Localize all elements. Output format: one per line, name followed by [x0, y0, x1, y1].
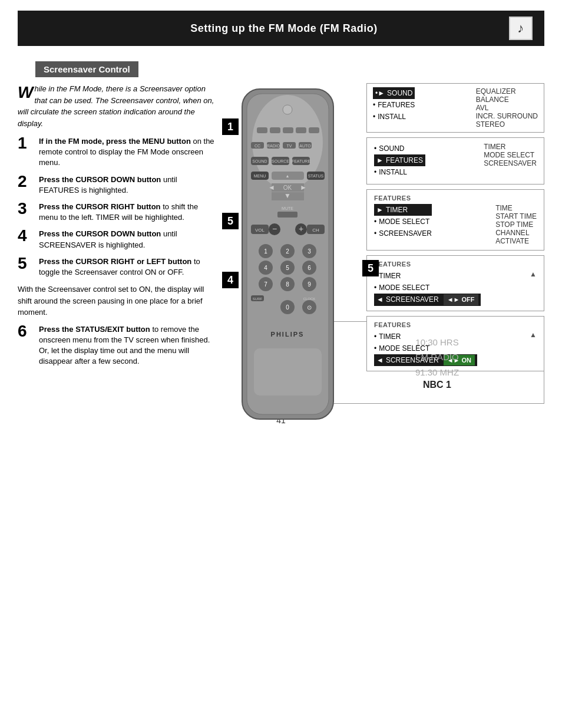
intro-paragraph: W hile in the FM Mode, there is a Screen… [18, 83, 218, 129]
step-number-1: 1 [18, 135, 34, 151]
sound-menu-left: •► SOUND • FEATURES • INSTALL [373, 87, 415, 123]
svg-text:SOUND: SOUND [252, 159, 267, 163]
status-line-1: 10:30 HRS [415, 335, 458, 350]
menu2-label: FEATURES [374, 195, 537, 202]
menu3-label: FEATURES [374, 261, 537, 268]
step-badge-1: 1 [222, 118, 239, 135]
sound-menu-row: •► SOUND • FEATURES • INSTALL EQUALIZER … [373, 87, 538, 129]
remote-wrapper: 6 1 5 2 4 3 5 [230, 83, 354, 427]
svg-rect-6 [283, 127, 293, 133]
menu3-arrow: ▲ [530, 270, 537, 278]
menu2-row: ► TIMER • MODE SELECT • SCREENSAVER TIME… [374, 204, 537, 245]
svg-rect-5 [270, 127, 280, 133]
step-badge-5: 5 [222, 213, 239, 229]
menu-box-2: FEATURES ► TIMER • MODE SELECT • SCREENS… [366, 189, 544, 251]
menu4-label: FEATURES [374, 321, 537, 328]
svg-text:6: 6 [308, 265, 311, 271]
svg-text:MENU: MENU [254, 174, 266, 178]
step-text-2: Press the CURSOR DOWN button until FEATU… [39, 174, 218, 196]
svg-text:0: 0 [286, 304, 289, 311]
svg-text:−: − [272, 224, 277, 233]
svg-text:▲: ▲ [286, 174, 290, 178]
step-badge-5b: 5 [362, 260, 379, 276]
sound-menu-item-features: • FEATURES [373, 99, 415, 111]
svg-text:5: 5 [286, 265, 289, 271]
svg-text:9: 9 [308, 281, 311, 288]
svg-text:◄: ◄ [268, 183, 275, 192]
step-number-5: 5 [18, 255, 34, 272]
svg-text:8: 8 [286, 281, 289, 288]
svg-text:►: ► [300, 183, 307, 192]
menu2-mode: • MODE SELECT [374, 216, 432, 228]
svg-text:3: 3 [308, 248, 311, 255]
menu1-left: • SOUND ► FEATURES • INSTALL [374, 143, 425, 178]
music-icon: ♪ [509, 17, 533, 40]
sound-menu-item-sound: •► SOUND [373, 87, 415, 99]
menu3-screensaver: ◄ SCREENSAVER ◄► OFF [374, 294, 481, 306]
status-line-2: FM RADIO [415, 350, 458, 365]
page-title: Setting up the FM Mode (FM Radio) [59, 22, 509, 35]
svg-text:OK: OK [283, 185, 292, 191]
menu3-mode: • MODE SELECT [374, 282, 481, 294]
step-4: 4 Press the CURSOR DOWN button until SCR… [18, 229, 218, 250]
svg-rect-36 [277, 212, 297, 218]
svg-rect-4 [257, 127, 267, 133]
instructions-column: W hile in the FM Mode, there is a Screen… [18, 83, 218, 427]
svg-text:CC: CC [254, 144, 260, 148]
status-line-3: 91.30 MHZ [415, 365, 459, 380]
remote-svg: CC RADIO TV AUTO SOUND SOURCE FEATURE ME… [230, 83, 345, 425]
step-2: 2 Press the CURSOR DOWN button until FEA… [18, 174, 218, 196]
svg-text:CH: CH [312, 228, 319, 233]
step-number-2: 2 [18, 173, 34, 190]
sound-menu-item-install: • INSTALL [373, 111, 415, 123]
step-number-6: 6 [18, 323, 34, 340]
menu-box-3: FEATURES • TIMER • MODE SELECT ◄ SCREENS… [366, 255, 544, 311]
step-text-3: Press the CURSOR RIGHT button to shift t… [39, 202, 218, 223]
menu4-arrow: ▲ [530, 331, 537, 339]
menu3-timer: • TIMER [374, 270, 481, 282]
step-text-4: Press the CURSOR DOWN button until SCREE… [39, 229, 218, 250]
menu1-row: • SOUND ► FEATURES • INSTALL TIMER MODE … [374, 143, 537, 178]
svg-text:VOL: VOL [255, 228, 265, 233]
svg-text:SOURCE: SOURCE [272, 159, 289, 163]
svg-rect-71 [254, 348, 322, 396]
menu2-timer: ► TIMER [374, 204, 432, 216]
svg-text:RADIO: RADIO [267, 144, 280, 148]
menu2-screensaver: • SCREENSAVER [374, 228, 432, 239]
menu3-left: • TIMER • MODE SELECT ◄ SCREENSAVER ◄► O… [374, 270, 481, 306]
page-header: Setting up the FM Mode (FM Radio) ♪ [18, 11, 544, 46]
svg-text:+: + [299, 224, 303, 233]
svg-text:AUTO: AUTO [299, 144, 311, 148]
svg-text:PHILIPS: PHILIPS [271, 331, 305, 338]
menu1-right: TIMER MODE SELECT SCREENSAVER [484, 143, 537, 167]
note-text: With the Screensaver control set to ON, … [18, 284, 218, 318]
menu2-right: TIME START TIME STOP TIME CHANNEL ACTIVA… [495, 204, 537, 245]
step-text-5: Press the CURSOR RIGHT or LEFT button to… [39, 256, 218, 278]
svg-text:MUTE: MUTE [282, 206, 293, 210]
svg-point-3 [283, 105, 292, 114]
screensaver-off-badge: ◄► OFF [444, 294, 478, 305]
svg-text:▼: ▼ [284, 192, 291, 200]
svg-text:1: 1 [264, 248, 267, 255]
status-line-4: NBC 1 [423, 380, 451, 390]
svg-text:7: 7 [264, 281, 267, 288]
svg-text:FEATURE: FEATURE [292, 159, 310, 163]
svg-text:⊙: ⊙ [307, 304, 312, 311]
section-title: Screensaver Control [35, 61, 138, 77]
svg-text:STATUS: STATUS [308, 174, 324, 178]
svg-rect-8 [309, 127, 319, 133]
menu1-features: ► FEATURES [374, 154, 425, 166]
svg-text:4: 4 [264, 265, 267, 271]
step-number-4: 4 [18, 228, 34, 244]
step-badge-4: 4 [222, 272, 239, 288]
svg-text:SURF: SURF [253, 297, 263, 301]
menu2-left: ► TIMER • MODE SELECT • SCREENSAVER [374, 204, 432, 239]
step-6: 6 Press the STATUS/EXIT button to remove… [18, 324, 218, 367]
step-3: 3 Press the CURSOR RIGHT button to shift… [18, 202, 218, 223]
drop-cap: W [18, 84, 33, 101]
menu1-sound: • SOUND [374, 143, 425, 154]
remote-column: 6 1 5 2 4 3 5 [227, 83, 357, 427]
intro-text: hile in the FM Mode, there is a Screensa… [18, 84, 214, 128]
menu1-install: • INSTALL [374, 166, 425, 178]
svg-text:TV: TV [287, 144, 292, 148]
